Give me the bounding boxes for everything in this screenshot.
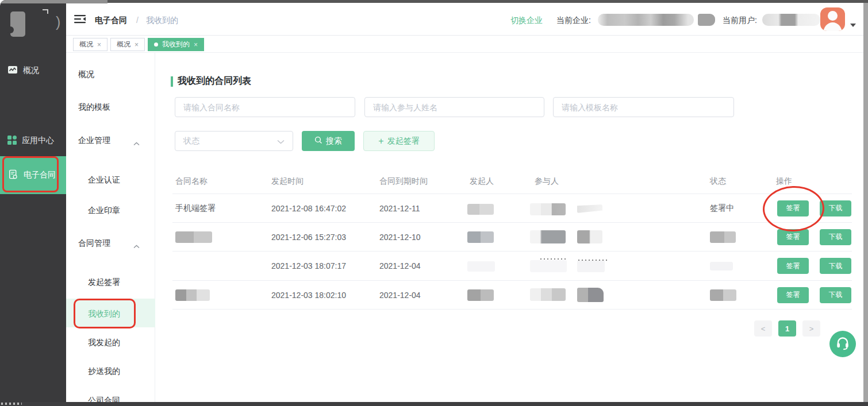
- tab-received-active[interactable]: 我收到的 ×: [148, 38, 204, 51]
- sign-button[interactable]: 签署: [777, 200, 809, 216]
- contract-doc-icon: [7, 169, 18, 181]
- close-icon[interactable]: ×: [97, 41, 101, 48]
- participant-redacted: [577, 288, 604, 302]
- headset-icon: [835, 335, 850, 353]
- current-user-label: 当前用户:: [723, 16, 757, 26]
- breadcrumb-separator: /: [136, 16, 139, 25]
- breadcrumb-current: 我收到的: [146, 16, 178, 26]
- person-icon: [828, 11, 838, 21]
- subnav-company-seal[interactable]: 企业印章: [88, 206, 120, 215]
- switch-company-link[interactable]: 切换企业: [510, 16, 543, 26]
- open-tabs-bar: 概况 × 概况 × 我收到的 ×: [66, 36, 868, 53]
- sidebar-item-overview[interactable]: 概况: [0, 61, 66, 80]
- sign-button[interactable]: 签署: [777, 258, 809, 274]
- dot-icon: [154, 42, 158, 47]
- chevron-up-icon[interactable]: [133, 241, 140, 250]
- subnav-initiated[interactable]: 我发起的: [88, 338, 120, 347]
- expire-date: 2021-12-04: [379, 261, 421, 270]
- caret-down-icon[interactable]: [850, 24, 856, 27]
- sign-button[interactable]: 签署: [777, 229, 809, 245]
- chevron-up-icon[interactable]: [133, 138, 140, 148]
- window-edge-right: [863, 3, 868, 402]
- plus-icon: +: [378, 137, 383, 146]
- line-chart-icon: [7, 65, 18, 76]
- person-icon-body: [823, 22, 842, 31]
- initiate-sign-button[interactable]: + 发起签署: [363, 131, 435, 151]
- table-row: 手机端签署 2021-12-08 16:47:02 2021-12-11 签署中…: [172, 194, 852, 223]
- subnav-contract-mgmt[interactable]: 合同管理: [78, 238, 110, 248]
- status-select[interactable]: 状态: [175, 131, 293, 151]
- subnav-received[interactable]: 我收到的: [88, 309, 120, 318]
- initiator-redacted: [467, 231, 494, 243]
- avatar[interactable]: [820, 7, 845, 31]
- logo-redacted-paren: ): [56, 14, 60, 30]
- participant-redacted: [577, 230, 602, 243]
- status-redacted: [710, 289, 736, 301]
- chevron-down-icon: [277, 136, 285, 146]
- topbar: 电子合同 / 我收到的 切换企业 当前企业: 当前用户:: [66, 0, 868, 36]
- table-row: 2021-12-06 15:27:03 2021-12-10 签署 下载: [172, 223, 852, 252]
- expire-date: 2021-12-11: [379, 204, 420, 213]
- status-redacted: [710, 231, 736, 243]
- title-accent-bar: [171, 76, 173, 87]
- redaction-artifact: [540, 258, 567, 260]
- sidebar-item-label: 概况: [23, 65, 39, 76]
- sign-button[interactable]: 签署: [777, 287, 809, 303]
- participant-redacted: [577, 204, 602, 213]
- window-edge-top-left: [0, 0, 107, 3]
- subnav-company-mgmt[interactable]: 企业管理: [78, 136, 110, 145]
- logo-redacted-notch: [7, 26, 14, 33]
- participant-name-input[interactable]: [364, 97, 544, 117]
- tab-label: 概况: [117, 40, 130, 49]
- current-company-redacted: [598, 14, 694, 26]
- download-button[interactable]: 下载: [820, 200, 851, 216]
- contract-name-input[interactable]: [175, 97, 355, 117]
- magnifier-icon: [314, 136, 322, 146]
- template-name-input[interactable]: [553, 97, 734, 117]
- subnav-cc-me[interactable]: 抄送我的: [88, 366, 120, 376]
- pagination-prev-button[interactable]: <: [754, 320, 772, 337]
- subnav-my-templates[interactable]: 我的模板: [78, 102, 110, 111]
- status-badge: 签署中: [710, 203, 734, 214]
- download-button[interactable]: 下载: [820, 229, 851, 245]
- status-redacted: [710, 262, 733, 270]
- subnav-company-auth[interactable]: 企业认证: [88, 175, 120, 184]
- start-time: 2021-12-06 15:27:03: [271, 233, 346, 242]
- main-content: 我收到的合同列表 状态 搜索 + 发起签署 合同名称 发起时间 合同到期时间 发…: [155, 53, 868, 406]
- page-title: 我收到的合同列表: [171, 75, 251, 87]
- sidebar-item-app-center[interactable]: 应用中心: [0, 131, 66, 150]
- pagination-next-button[interactable]: >: [802, 320, 820, 337]
- contract-name-redacted: [175, 289, 210, 301]
- contract-name-redacted: [175, 231, 212, 243]
- close-icon[interactable]: ×: [194, 41, 198, 48]
- redaction-artifact: [1, 403, 22, 405]
- close-icon[interactable]: ×: [135, 41, 139, 48]
- table-row: 2021-12-03 18:07:17 2021-12-04 签署 下载: [172, 252, 852, 281]
- logo-redacted-mark: [43, 9, 48, 14]
- menu-fold-icon[interactable]: [74, 14, 86, 25]
- sidebar-item-label: 电子合同: [24, 170, 56, 180]
- window-edge-bottom: [0, 402, 868, 406]
- tab-overview-2[interactable]: 概况 ×: [110, 38, 145, 51]
- sidebar-item-label: 应用中心: [22, 136, 54, 146]
- participant-redacted: [577, 260, 605, 272]
- start-time: 2021-12-03 18:07:17: [271, 261, 346, 270]
- sidebar-item-e-contract[interactable]: 电子合同: [0, 156, 66, 194]
- customer-service-button[interactable]: [829, 331, 856, 357]
- tab-overview-1[interactable]: 概况 ×: [73, 38, 107, 51]
- participant-redacted: [530, 260, 567, 272]
- breadcrumb-root[interactable]: 电子合同: [95, 16, 127, 26]
- subnav-overview[interactable]: 概况: [78, 69, 94, 79]
- app-window: ) 概况 应用中心 电子合同 电子合同 / 我收到的 切换企业: [0, 0, 868, 406]
- contract-name: 手机端签署: [175, 203, 216, 214]
- pagination-page-1[interactable]: 1: [778, 320, 796, 337]
- apps-grid-icon: [7, 136, 17, 146]
- redaction-artifact: [578, 260, 608, 261]
- start-time: 2021-12-08 16:47:02: [271, 204, 346, 213]
- initiator-redacted: [467, 261, 495, 272]
- download-button[interactable]: 下载: [820, 258, 851, 274]
- search-button[interactable]: 搜索: [302, 131, 355, 151]
- subnav-initiate-sign[interactable]: 发起签署: [88, 277, 120, 287]
- download-button[interactable]: 下载: [820, 287, 851, 303]
- current-company-redacted-2: [698, 14, 715, 26]
